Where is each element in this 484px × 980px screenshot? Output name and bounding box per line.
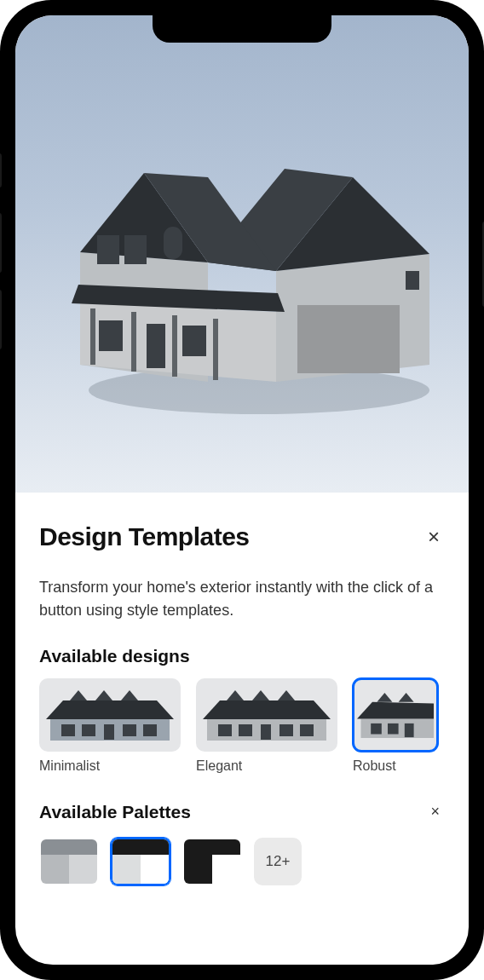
palette-more-button[interactable]: 12+: [254, 838, 302, 885]
svg-rect-30: [143, 724, 157, 736]
svg-marker-23: [70, 690, 87, 700]
svg-rect-4: [297, 305, 400, 373]
phone-side-button: [0, 290, 2, 349]
phone-side-button: [0, 153, 2, 187]
palettes-header: Available Palettes ×: [39, 798, 445, 826]
svg-marker-32: [203, 700, 331, 719]
design-item-minimalist[interactable]: Minimalist: [39, 678, 181, 774]
close-icon[interactable]: ×: [423, 520, 445, 554]
svg-marker-43: [377, 693, 392, 702]
available-palettes-heading: Available Palettes: [39, 802, 191, 822]
svg-rect-37: [239, 724, 252, 736]
svg-rect-45: [371, 723, 382, 735]
design-thumb[interactable]: [39, 678, 181, 752]
sheet-description: Transform your home's exterior instantly…: [39, 576, 445, 622]
palettes-row: 12+: [39, 838, 445, 885]
svg-marker-42: [357, 702, 434, 719]
palette-swatch[interactable]: [39, 838, 99, 885]
svg-rect-17: [213, 319, 218, 380]
phone-side-button: [0, 213, 2, 273]
svg-rect-19: [99, 320, 123, 351]
svg-marker-33: [227, 690, 244, 700]
design-label: Minimalist: [39, 758, 181, 774]
svg-rect-15: [131, 312, 136, 372]
svg-rect-38: [261, 724, 271, 740]
palette-swatch[interactable]: [111, 838, 170, 885]
house-3d-preview[interactable]: [15, 15, 469, 493]
svg-rect-46: [388, 723, 399, 735]
close-icon[interactable]: ×: [425, 798, 445, 826]
design-templates-sheet: Design Templates × Transform your home's…: [15, 493, 469, 902]
phone-frame: Design Templates × Transform your home's…: [0, 0, 484, 980]
phone-screen: Design Templates × Transform your home's…: [15, 15, 469, 965]
design-item-elegant[interactable]: Elegant: [196, 678, 337, 774]
svg-marker-44: [399, 693, 414, 702]
svg-marker-24: [95, 690, 112, 700]
design-thumb[interactable]: [353, 678, 438, 752]
designs-row: Minimalist: [39, 678, 445, 774]
svg-rect-36: [218, 724, 232, 736]
svg-marker-25: [121, 690, 138, 700]
house-3d-model: [55, 126, 429, 416]
design-thumb[interactable]: [196, 678, 337, 752]
svg-marker-22: [46, 700, 174, 719]
design-item-robust[interactable]: Robust: [353, 678, 438, 774]
svg-rect-47: [405, 723, 414, 737]
svg-rect-18: [147, 324, 165, 368]
design-label: Elegant: [196, 758, 337, 774]
svg-rect-20: [182, 326, 206, 356]
svg-rect-12: [124, 235, 147, 264]
design-label: Robust: [353, 758, 438, 774]
svg-rect-26: [61, 724, 75, 736]
available-designs-heading: Available designs: [39, 646, 445, 666]
svg-rect-40: [300, 724, 314, 736]
phone-notch: [153, 15, 331, 43]
svg-rect-16: [172, 315, 177, 377]
svg-rect-5: [406, 271, 419, 290]
svg-rect-39: [279, 724, 293, 736]
svg-rect-27: [82, 724, 95, 736]
svg-rect-13: [164, 227, 182, 259]
svg-rect-29: [123, 724, 136, 736]
sheet-title: Design Templates: [39, 522, 250, 551]
svg-marker-34: [252, 690, 269, 700]
svg-marker-35: [278, 690, 295, 700]
svg-rect-14: [90, 308, 95, 365]
palette-swatch[interactable]: [182, 838, 242, 885]
svg-rect-28: [104, 724, 114, 740]
svg-rect-11: [97, 235, 119, 264]
sheet-header: Design Templates ×: [39, 520, 445, 554]
